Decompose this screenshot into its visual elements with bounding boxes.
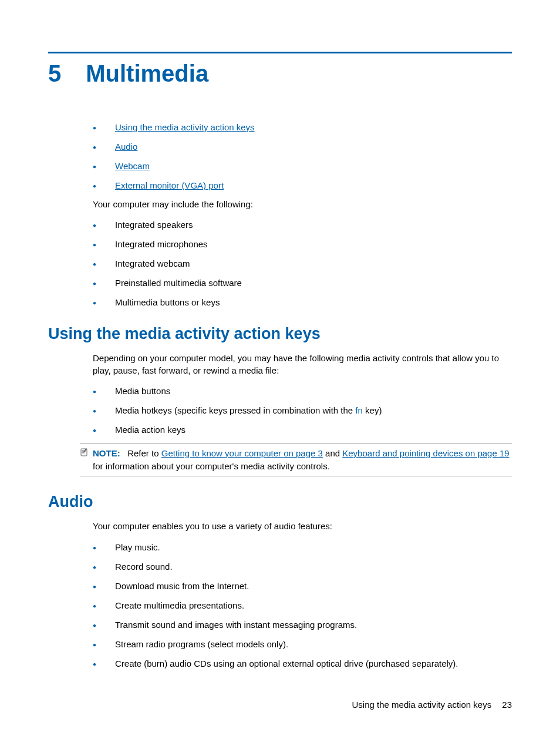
media-controls-list: ●Media buttons ●Media hotkeys (specific … [93, 385, 512, 436]
list-item: ●Transmit sound and images with instant … [93, 619, 512, 631]
toc-link[interactable]: Using the media activity action keys [115, 122, 255, 132]
list-item: ●Record sound. [93, 560, 512, 573]
list-item: ●Integrated microphones [93, 238, 512, 250]
page-footer: Using the media activity action keys 23 [352, 700, 512, 710]
bullet-icon: ● [93, 583, 115, 591]
bullet-icon: ● [93, 241, 115, 249]
toc-link[interactable]: Audio [115, 142, 137, 152]
intro-feature-list: ●Integrated speakers ●Integrated microph… [93, 219, 512, 308]
list-item: ●Using the media activity action keys [93, 121, 512, 133]
bullet-icon: ● [93, 388, 115, 396]
bullet-icon: ● [93, 163, 115, 171]
bullet-icon: ● [93, 299, 115, 307]
bullet-icon: ● [93, 563, 115, 572]
bullet-icon: ● [93, 143, 115, 152]
note-icon [80, 448, 93, 473]
note-link-getting-to-know[interactable]: Getting to know your computer on page 3 [161, 448, 323, 458]
chapter-rule [48, 52, 512, 53]
chapter-heading: 5 Multimedia [48, 61, 512, 87]
list-item: ●Media hotkeys (specific keys pressed in… [93, 404, 512, 416]
list-item: ●Audio [93, 140, 512, 153]
bullet-icon: ● [93, 260, 115, 268]
list-item: ●Integrated speakers [93, 219, 512, 231]
section2-paragraph: Your computer enables you to use a varie… [93, 520, 512, 532]
note-block: NOTE: Refer to Getting to know your comp… [80, 443, 512, 477]
footer-page-number: 23 [502, 700, 512, 710]
list-item: ●External monitor (VGA) port [93, 179, 512, 191]
list-item: ●Create multimedia presentations. [93, 599, 512, 611]
bullet-icon: ● [93, 641, 115, 649]
list-item: ●Stream radio programs (select models on… [93, 638, 512, 650]
bullet-icon: ● [93, 221, 115, 230]
section1-paragraph: Depending on your computer model, you ma… [93, 352, 512, 377]
intro-paragraph: Your computer may include the following: [93, 199, 512, 210]
bullet-icon: ● [93, 182, 115, 190]
bullet-icon: ● [93, 544, 115, 552]
bullet-icon: ● [93, 621, 115, 630]
list-item: ●Integrated webcam [93, 257, 512, 270]
audio-features-list: ●Play music. ●Record sound. ●Download mu… [93, 541, 512, 670]
bullet-icon: ● [93, 407, 115, 415]
toc-link[interactable]: External monitor (VGA) port [115, 180, 224, 190]
note-label: NOTE: [93, 448, 120, 458]
toc-link-list: ●Using the media activity action keys ●A… [93, 121, 512, 191]
fn-key-label: fn [355, 405, 363, 415]
list-item: ●Preinstalled multimedia software [93, 277, 512, 289]
footer-section-title: Using the media activity action keys [352, 700, 492, 710]
list-item: ●Media buttons [93, 385, 512, 397]
toc-link[interactable]: Webcam [115, 161, 150, 171]
note-link-keyboard[interactable]: Keyboard and pointing devices on page 19 [342, 448, 509, 458]
list-item: ●Create (burn) audio CDs using an option… [93, 657, 512, 670]
section-heading-media-keys: Using the media activity action keys [48, 325, 512, 343]
bullet-icon: ● [93, 660, 115, 668]
section-heading-audio: Audio [48, 493, 512, 511]
bullet-icon: ● [93, 602, 115, 610]
chapter-title: Multimedia [86, 61, 208, 87]
bullet-icon: ● [93, 280, 115, 288]
list-item: ●Download music from the Internet. [93, 580, 512, 592]
list-item: ●Media action keys [93, 424, 512, 436]
bullet-icon: ● [93, 426, 115, 435]
bullet-icon: ● [93, 124, 115, 132]
list-item: ●Play music. [93, 541, 512, 553]
list-item: ●Webcam [93, 160, 512, 172]
list-item: ●Multimedia buttons or keys [93, 296, 512, 308]
chapter-number: 5 [48, 61, 61, 87]
